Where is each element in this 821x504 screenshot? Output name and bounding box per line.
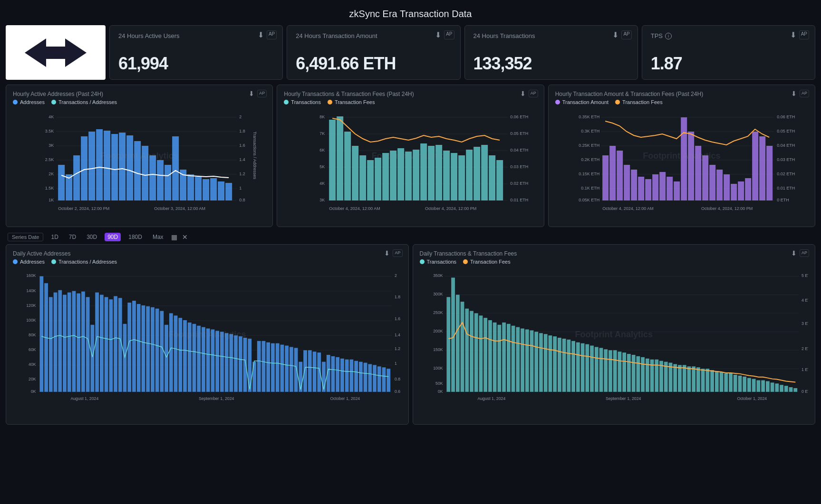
svg-rect-72	[359, 155, 366, 200]
svg-rect-195	[178, 318, 182, 392]
legend-item-b1-0: Transactions	[420, 259, 457, 265]
api-badge-c0[interactable]: AP	[257, 90, 267, 97]
download-icon-b1[interactable]: ⬇	[791, 249, 797, 257]
download-icon[interactable]: ⬇	[258, 30, 264, 39]
series-btn-7d[interactable]: 7D	[66, 233, 79, 241]
api-badge-c2[interactable]: AP	[800, 90, 809, 97]
svg-text:1.4: 1.4	[395, 333, 400, 337]
svg-rect-271	[474, 313, 478, 391]
download-icon-1[interactable]: ⬇	[435, 30, 441, 39]
svg-text:October 3, 2024, 12:00 AM: October 3, 2024, 12:00 AM	[154, 206, 205, 211]
legend-item-1-0: Transactions	[284, 99, 321, 105]
svg-text:0.03 ETH: 0.03 ETH	[510, 164, 528, 169]
svg-rect-270	[470, 311, 473, 392]
svg-rect-275	[493, 323, 496, 392]
svg-rect-88	[481, 145, 488, 200]
svg-rect-174	[81, 292, 85, 392]
svg-rect-213	[262, 341, 266, 392]
api-badge-1[interactable]: AP	[444, 30, 454, 39]
download-icon-c1[interactable]: ⬇	[520, 90, 526, 97]
svg-rect-289	[558, 338, 561, 392]
svg-rect-115	[609, 146, 616, 200]
svg-rect-205	[225, 333, 229, 392]
api-badge-b0[interactable]: AP	[393, 249, 402, 257]
svg-text:0.6: 0.6	[395, 389, 400, 394]
close-icon[interactable]: ✕	[182, 233, 188, 241]
legend-dot-1-1	[328, 100, 332, 105]
chart-svg-2: 0.35K ETH 0.3K ETH 0.25K ETH 0.2K ETH 0.…	[555, 108, 808, 212]
svg-rect-42	[195, 177, 202, 200]
svg-text:20K: 20K	[29, 377, 36, 381]
svg-text:0.05K ETH: 0.05K ETH	[579, 198, 599, 202]
calendar-icon[interactable]: ▦	[171, 233, 177, 241]
svg-rect-46	[225, 183, 232, 200]
svg-rect-31	[111, 134, 118, 200]
svg-text:0.01 ETH: 0.01 ETH	[510, 198, 528, 202]
series-btn-90d[interactable]: 90D	[105, 233, 121, 241]
svg-rect-33	[126, 135, 133, 200]
legend-label-2-1: Transaction Fees	[622, 99, 663, 105]
svg-rect-196	[183, 320, 187, 392]
svg-rect-128	[702, 155, 708, 200]
svg-rect-41	[187, 174, 194, 200]
download-icon-c2[interactable]: ⬇	[791, 90, 797, 97]
series-btn-max[interactable]: Max	[150, 233, 166, 241]
svg-rect-230	[340, 359, 344, 392]
chart-legend-1: Transactions Transaction Fees	[284, 99, 537, 105]
chart-icons-0: ⬇ AP	[249, 90, 267, 97]
series-btn-1d[interactable]: 1D	[48, 233, 61, 241]
svg-rect-223	[308, 350, 312, 392]
series-date-label: Series Date	[8, 233, 43, 241]
legend-item-0-1: Transactions / Addresses	[51, 99, 117, 105]
svg-rect-274	[488, 320, 492, 392]
svg-text:0.8: 0.8	[395, 377, 400, 381]
svg-text:80K: 80K	[29, 333, 36, 337]
series-btn-30d[interactable]: 30D	[84, 233, 100, 241]
api-badge-2[interactable]: AP	[621, 30, 631, 39]
svg-rect-83	[443, 151, 450, 200]
download-icon-2[interactable]: ⬇	[612, 30, 618, 39]
svg-text:0.1K ETH: 0.1K ETH	[581, 186, 599, 190]
legend-dot-b1-1	[463, 259, 468, 264]
chart-legend-0: Addresses Transactions / Addresses	[13, 99, 266, 105]
legend-dot-0-0	[13, 100, 18, 105]
svg-rect-191	[160, 311, 164, 392]
svg-rect-44	[210, 178, 217, 200]
svg-rect-332	[756, 380, 760, 392]
svg-text:0.3K ETH: 0.3K ETH	[581, 129, 599, 133]
svg-text:0.01 ETH: 0.01 ETH	[777, 186, 795, 190]
svg-rect-235	[364, 363, 367, 392]
download-icon-c0[interactable]: ⬇	[249, 90, 254, 97]
svg-rect-87	[473, 147, 480, 200]
svg-text:120K: 120K	[26, 303, 36, 308]
svg-rect-69	[337, 116, 343, 200]
svg-rect-168	[54, 293, 58, 392]
download-icon-b0[interactable]: ⬇	[384, 249, 390, 257]
svg-text:1.6: 1.6	[395, 316, 400, 321]
api-badge[interactable]: AP	[267, 30, 277, 39]
svg-rect-74	[375, 158, 381, 200]
api-badge-3[interactable]: AP	[799, 30, 809, 39]
series-btn-180d[interactable]: 180D	[126, 233, 145, 241]
svg-rect-187	[142, 305, 145, 392]
legend-item-2-1: Transaction Fees	[615, 99, 663, 105]
svg-rect-222	[303, 350, 307, 392]
svg-text:1: 1	[395, 361, 397, 366]
svg-rect-309	[650, 360, 654, 392]
stat-label-3: TPS	[651, 32, 663, 39]
download-icon-3[interactable]: ⬇	[790, 30, 796, 39]
svg-text:August 1, 2024: August 1, 2024	[477, 396, 505, 401]
svg-rect-130	[716, 170, 723, 200]
svg-rect-85	[458, 155, 465, 200]
svg-rect-137	[766, 146, 773, 200]
svg-text:1.4: 1.4	[239, 157, 245, 162]
api-badge-c1[interactable]: AP	[529, 90, 538, 97]
svg-rect-325	[724, 373, 728, 392]
svg-rect-226	[322, 362, 326, 392]
svg-text:0 ETH: 0 ETH	[777, 198, 789, 202]
svg-rect-210	[248, 339, 251, 392]
svg-text:0.35K ETH: 0.35K ETH	[579, 114, 599, 119]
api-badge-b1[interactable]: AP	[800, 249, 809, 257]
logo-box	[6, 25, 106, 80]
svg-rect-185	[132, 301, 136, 392]
